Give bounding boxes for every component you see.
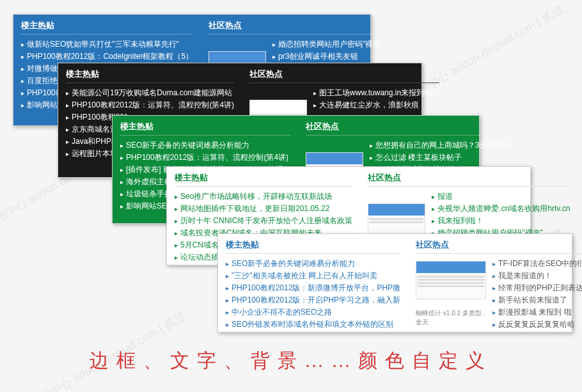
list-item[interactable]: 美能源公司19万收购域名Duma.com建能源网站 [66, 87, 234, 99]
list-item[interactable]: Seo推广市场战略转移，开辟移动互联新战场 [175, 191, 352, 203]
left-title: 楼主热贴 [175, 172, 352, 187]
list-item[interactable]: SEO外链发布时添域名外链和填文本外链的区别 [226, 318, 400, 331]
right-title: 社区热点 [368, 172, 570, 187]
list-item[interactable]: 反反复复反反复复哈哈 [492, 318, 582, 331]
list-item[interactable]: 您想拥有自己的网上商城吗？3分钟教你 [370, 139, 510, 152]
list-item[interactable]: 我是来报道的！ [492, 270, 582, 282]
list-item[interactable]: 报道 [432, 191, 570, 203]
list-item[interactable]: pr3创业网诚寻相关友链 [272, 51, 384, 63]
list-item[interactable]: 网站地图插件下载地址，更新日期201.05.22 [175, 203, 352, 215]
left-title: 楼主热贴 [21, 20, 193, 35]
list-item[interactable]: SEO新手必备的关键词难易分析能力 [120, 139, 290, 152]
list-item[interactable]: "三沙"相关域名被抢注 网上已有人开始叫卖 [226, 270, 400, 282]
card-white-blue: 楼主热贴 SEO新手必备的关键词难易分析能力 "三沙"相关域名被抢注 网上已有人… [217, 233, 572, 333]
list-item[interactable]: PHP100教程2012版：CodeIgniter框架教程（5） [21, 51, 193, 63]
list-item[interactable]: PHP100教程2012版：运算符、流程控制(第4讲) [66, 99, 234, 111]
right-title: 社区热点 [416, 239, 582, 254]
thumb-icon [416, 261, 486, 299]
right-title: 社区热点 [208, 20, 384, 35]
left-title: 楼主热贴 [120, 121, 290, 136]
footer-note: 蜘蛛统计 v1.0.1 多类型、全天 [416, 309, 492, 327]
left-title: 楼主热贴 [66, 68, 234, 83]
list-item[interactable]: 历时十年 CNNIC终于发布开放给个人注册域名政策 [175, 215, 352, 227]
list-item[interactable]: PHP100教程2012版：新浪微博开放平台，PHP微 [226, 282, 400, 294]
list-item[interactable]: PHP100教程2012版：运算符、流程控制(第4讲) [120, 152, 290, 164]
list-item[interactable]: 我来报到啦！ [432, 215, 570, 227]
list-item[interactable]: 大连易健红尘岁水，浪影秋痕 [313, 99, 439, 111]
right-title: 社区热点 [249, 68, 439, 83]
list-item[interactable]: PHP100教程2012版：开启PHP学习之路，融入新 [226, 294, 400, 306]
list-item[interactable]: 影漫投影城 来报到 啦 [492, 306, 582, 318]
list-item[interactable]: 经常用到的PHP正则表达式 [492, 282, 582, 294]
list-item[interactable]: 图王工场www.tuwang.in来报到啦！ [313, 87, 439, 99]
list-item[interactable]: 做新站SEO犹如带兵打仗"三军未动粮草先行" [21, 38, 193, 51]
list-item[interactable]: 中小企业不得不走的SEO之路 [226, 306, 400, 318]
list-item[interactable]: 新手站长前来报道了 [492, 294, 582, 306]
right-title: 社区热点 [306, 121, 510, 136]
list-item[interactable]: 婚恋招聘类网站用户密码"裸奔" [272, 38, 384, 51]
list-item[interactable]: SEO新手必备的关键词难易分析能力 [226, 258, 400, 270]
footer-caption: 边框、文字、背景……颜色自定义 [0, 348, 582, 374]
list-item[interactable]: 怎么过滤 楼主某板块帖子 [370, 152, 510, 164]
left-title: 楼主热贴 [226, 239, 400, 254]
list-item[interactable]: 央视华人频道蝉爱.cn域名收购用hrtv.cn [432, 203, 570, 215]
list-item[interactable]: TF-IDF算法在SEO中的衍生应用 [492, 258, 582, 270]
